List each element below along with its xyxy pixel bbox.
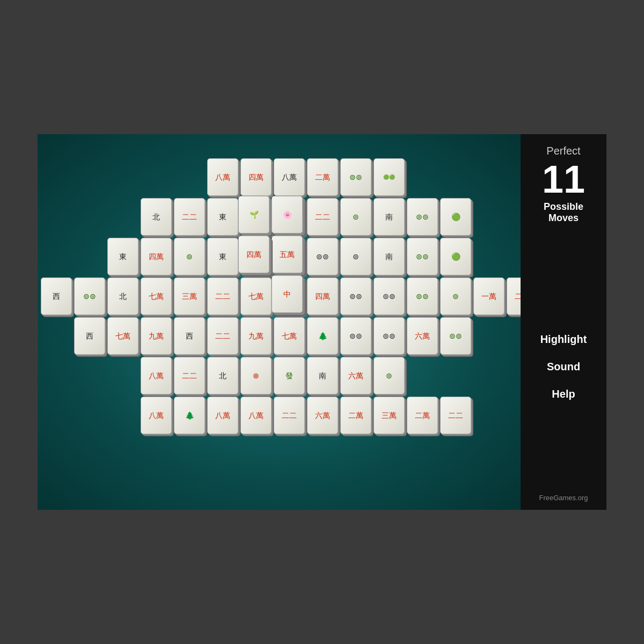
highlight-button[interactable]: Highlight [526, 331, 601, 348]
tile[interactable]: 🌸 [272, 196, 303, 233]
tile[interactable]: 🌱 [238, 196, 269, 233]
sound-button[interactable]: Sound [526, 358, 601, 376]
tile[interactable]: ⊚ [340, 198, 371, 236]
help-button[interactable]: Help [526, 385, 601, 403]
tile[interactable]: ⊚⊚ [340, 317, 371, 355]
tile[interactable]: 二萬 [407, 397, 438, 434]
tile[interactable]: 四萬 [238, 236, 269, 273]
tile[interactable]: 發 [274, 357, 305, 394]
tile[interactable]: 西 [41, 277, 72, 315]
tile[interactable]: ⊚⊚ [340, 277, 371, 315]
tile[interactable]: 二二 [307, 198, 338, 236]
tile[interactable]: 南 [374, 198, 405, 236]
tile[interactable]: 八萬 [207, 158, 238, 196]
sidebar-top: Perfect 11 PossibleMoves [526, 145, 601, 240]
tile[interactable]: ⊚⊚ [407, 277, 438, 315]
perfect-label: Perfect [546, 145, 580, 157]
tile[interactable]: 九萬 [240, 317, 272, 355]
tile[interactable]: 四萬 [307, 277, 338, 315]
tile[interactable]: 八萬 [141, 357, 172, 394]
tile[interactable]: 北 [141, 198, 172, 236]
tile[interactable]: 八萬 [207, 397, 238, 434]
tile[interactable]: 四萬 [141, 238, 172, 275]
tile[interactable]: 三萬 [174, 277, 205, 315]
tile[interactable]: 西 [174, 317, 205, 355]
tile[interactable]: 五萬 [272, 236, 303, 273]
tile[interactable]: 二萬 [340, 397, 371, 434]
tile[interactable]: 二二 [174, 357, 205, 394]
sidebar: Perfect 11 PossibleMoves Highlight Sound… [521, 134, 606, 510]
tile[interactable]: 八萬 [240, 397, 272, 434]
tile[interactable]: 四萬 [240, 158, 272, 196]
tile[interactable]: ⊚⊚ [74, 277, 105, 315]
tile[interactable]: ⊚⊚ [307, 238, 338, 275]
tile[interactable]: 🟢 [440, 198, 471, 236]
tile[interactable]: 二二 [207, 277, 238, 315]
tile[interactable]: ⊚⊚ [374, 277, 405, 315]
sidebar-buttons: Highlight Sound Help [526, 331, 601, 403]
freegames-label: FreeGames.org [539, 494, 588, 502]
tile[interactable]: 二萬 [307, 158, 338, 196]
moves-number: 11 [542, 160, 585, 199]
game-area: 八萬四萬八萬二萬⊚⊚🟢🟢北二二東四萬二二二二⊚南⊚⊚🟢東四萬⊚東⊗🌸⊚⊚⊚南⊚⊚… [38, 134, 521, 510]
tile[interactable]: 東 [207, 238, 238, 275]
possible-moves-label: PossibleMoves [544, 201, 583, 224]
tile[interactable]: 二二 [507, 277, 521, 315]
tile[interactable]: 🌲 [174, 397, 205, 434]
tile[interactable]: 🌲 [307, 317, 338, 355]
tile[interactable]: ⊚⊚ [407, 198, 438, 236]
tile[interactable]: ⊚⊚ [340, 158, 371, 196]
tile[interactable]: 西 [74, 317, 105, 355]
tile[interactable]: 七萬 [107, 317, 138, 355]
tile[interactable]: 八萬 [274, 158, 305, 196]
tile[interactable]: 七萬 [274, 317, 305, 355]
tile[interactable]: 二二 [174, 198, 205, 236]
tile[interactable]: 二二 [207, 317, 238, 355]
tile[interactable]: 二二 [274, 397, 305, 434]
mahjong-board: 八萬四萬八萬二萬⊚⊚🟢🟢北二二東四萬二二二二⊚南⊚⊚🟢東四萬⊚東⊗🌸⊚⊚⊚南⊚⊚… [59, 148, 499, 496]
tile[interactable]: 北 [107, 277, 138, 315]
tile[interactable]: 中 [272, 275, 303, 313]
tile[interactable]: 八萬 [141, 397, 172, 434]
tile[interactable]: ⊚ [174, 238, 205, 275]
tile[interactable]: ⊚⊚ [440, 317, 471, 355]
tile[interactable]: ⊚ [340, 238, 371, 275]
tile[interactable]: ⊚ [374, 357, 405, 394]
tile[interactable]: 🟢 [440, 238, 471, 275]
main-container: 八萬四萬八萬二萬⊚⊚🟢🟢北二二東四萬二二二二⊚南⊚⊚🟢東四萬⊚東⊗🌸⊚⊚⊚南⊚⊚… [38, 134, 606, 510]
tile[interactable]: 三萬 [374, 397, 405, 434]
tile[interactable]: 二二 [440, 397, 471, 434]
tile[interactable]: ⊚⊚ [374, 317, 405, 355]
tile[interactable]: ⊚ [440, 277, 471, 315]
tile[interactable]: 南 [374, 238, 405, 275]
tile[interactable]: 一萬 [473, 277, 504, 315]
tile[interactable]: 七萬 [141, 277, 172, 315]
tile[interactable]: 七萬 [240, 277, 272, 315]
tile[interactable]: 東 [207, 198, 238, 236]
tile[interactable]: ⊚⊚ [407, 238, 438, 275]
tile[interactable]: ⊗ [240, 357, 272, 394]
tile[interactable]: 南 [307, 357, 338, 394]
tile[interactable]: 九萬 [141, 317, 172, 355]
tile[interactable]: 六萬 [340, 357, 371, 394]
tile[interactable]: 六萬 [407, 317, 438, 355]
tile[interactable]: 六萬 [307, 397, 338, 434]
tile[interactable]: 東 [107, 238, 138, 275]
tile[interactable]: 🟢🟢 [374, 158, 405, 196]
tile[interactable]: 北 [207, 357, 238, 394]
